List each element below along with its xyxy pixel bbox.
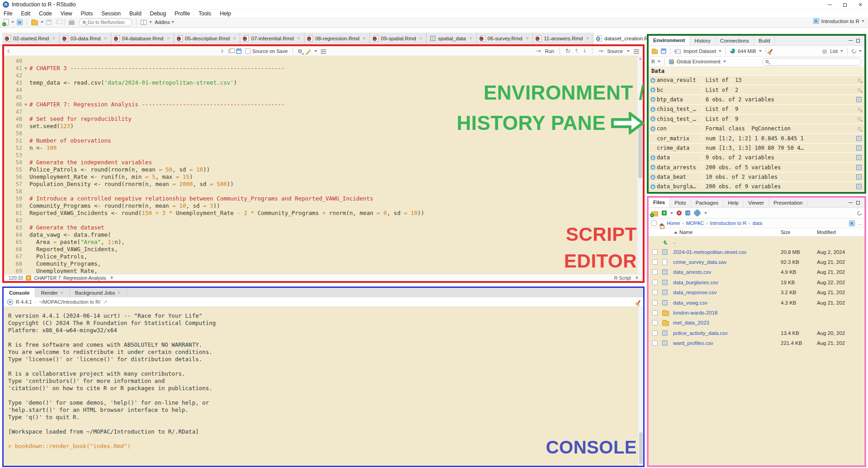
pane-layout-icon[interactable] xyxy=(141,20,147,25)
run-label[interactable]: Run xyxy=(545,48,554,54)
tab-close-icon[interactable]: ✕ xyxy=(52,36,56,41)
file-checkbox[interactable] xyxy=(652,340,658,346)
breadcrumb-ellipsis[interactable]: ... xyxy=(858,220,862,226)
file-name[interactable]: data_response.csv xyxy=(673,290,781,295)
column-size[interactable]: Size xyxy=(781,229,817,235)
expand-object-icon[interactable] xyxy=(649,116,657,121)
source-on-save-checkbox[interactable] xyxy=(245,48,251,54)
expand-arrow-icon[interactable] xyxy=(650,78,655,83)
expand-arrow-icon[interactable] xyxy=(650,126,655,131)
environment-object-row[interactable]: chisq_test_…List of 9 xyxy=(649,115,864,124)
tab-close-icon[interactable]: ✕ xyxy=(297,36,300,41)
inspect-object-icon[interactable] xyxy=(854,108,864,111)
rename-file-icon[interactable]: → xyxy=(685,210,690,215)
file-row[interactable]: data_vawg.csv4.3 KBAug 21, 202 xyxy=(649,297,864,307)
file-name[interactable]: met_data_2023 xyxy=(673,320,781,325)
file-name[interactable]: data_vawg.csv xyxy=(673,300,781,306)
menu-help[interactable]: Help xyxy=(220,10,231,17)
file-checkbox[interactable] xyxy=(652,300,658,306)
view-table-icon[interactable] xyxy=(854,184,864,189)
file-checkbox[interactable] xyxy=(652,310,658,315)
close-button[interactable]: ✕ xyxy=(853,0,868,10)
list-view-dropdown-icon[interactable] xyxy=(840,50,843,53)
environment-object-row[interactable]: btp_data6 obs. of 2 variables xyxy=(649,95,864,105)
expand-object-icon[interactable] xyxy=(649,175,657,180)
console-tab-render[interactable]: Render✕ xyxy=(35,288,69,297)
expand-object-icon[interactable] xyxy=(649,107,657,112)
expand-object-icon[interactable] xyxy=(649,78,657,83)
menu-edit[interactable]: Edit xyxy=(21,10,30,17)
editor-tab[interactable]: spatial_data✕ xyxy=(427,33,477,44)
environment-object-row[interactable]: data_arrests200 obs. of 5 variables xyxy=(649,163,864,172)
open-file-icon[interactable] xyxy=(31,20,38,25)
save-script-icon[interactable] xyxy=(236,48,242,54)
save-icon[interactable] xyxy=(46,19,52,25)
tab-close-icon[interactable]: ✕ xyxy=(60,291,64,295)
environment-object-row[interactable]: data_burgla…200 obs. of 9 variables xyxy=(649,182,864,191)
expand-arrow-icon[interactable] xyxy=(650,87,655,92)
forward-icon[interactable] xyxy=(220,49,223,53)
table-icon[interactable] xyxy=(856,184,862,189)
file-checkbox[interactable] xyxy=(652,280,658,285)
menu-code[interactable]: Code xyxy=(39,10,52,17)
inspect-object-icon[interactable] xyxy=(854,127,864,130)
editor-tab[interactable]: 11-answers.Rmd✕ xyxy=(533,33,593,44)
project-selector[interactable]: R Introduction to R xyxy=(813,18,864,24)
console-tab-background-jobs[interactable]: Background Jobs✕ xyxy=(70,288,127,297)
console-scrollbar[interactable] xyxy=(638,307,643,466)
new-file-icon[interactable] xyxy=(4,19,9,25)
menu-session[interactable]: Session xyxy=(101,10,121,17)
menu-view[interactable]: View xyxy=(61,10,72,17)
file-name[interactable]: crime_survey_data.sav xyxy=(673,259,781,265)
more-options-dropdown-icon[interactable] xyxy=(704,212,707,215)
new-file-dropdown-icon[interactable] xyxy=(11,21,14,24)
maximize-button[interactable] xyxy=(837,0,853,10)
file-row[interactable]: data_arrests.csv4.9 KBAug 21, 202 xyxy=(649,267,864,277)
tab-close-icon[interactable]: ✕ xyxy=(526,36,529,41)
file-checkbox[interactable] xyxy=(652,269,658,275)
tab-close-icon[interactable]: ✕ xyxy=(586,36,590,41)
filetype-updown-icon[interactable] xyxy=(636,275,638,281)
tab-connections[interactable]: Connections xyxy=(716,36,754,45)
rerun-icon[interactable]: ↻ xyxy=(565,48,570,54)
file-name[interactable]: data_burglaries.csv xyxy=(673,280,781,285)
new-file-dropdown-icon[interactable] xyxy=(670,212,673,215)
home-icon[interactable] xyxy=(659,220,664,225)
tab-packages[interactable]: Packages xyxy=(691,198,724,207)
environment-object-row[interactable]: cor_matrixnum [1:2, 1:2] 1 0.845 0.845 1 xyxy=(649,134,864,143)
import-dataset-label[interactable]: Import Dataset xyxy=(683,48,716,54)
file-row[interactable]: data_burglaries.csv19 KBAug 22, 202 xyxy=(649,277,864,287)
find-replace-icon[interactable] xyxy=(298,49,302,53)
open-recent-dropdown-icon[interactable] xyxy=(41,21,43,24)
environment-maximize-icon[interactable] xyxy=(856,39,860,43)
tab-close-icon[interactable]: ✕ xyxy=(104,36,107,41)
view-table-icon[interactable] xyxy=(854,136,864,141)
console-tab-console[interactable]: Console xyxy=(4,288,35,297)
expand-object-icon[interactable] xyxy=(649,87,657,92)
go-down-icon[interactable]: ↓ xyxy=(583,48,587,54)
view-table-icon[interactable] xyxy=(854,145,864,151)
environment-object-row[interactable]: anova_resultList of 13 xyxy=(649,76,864,85)
project-directory-icon[interactable]: R xyxy=(849,220,855,226)
console-scroll-thumb[interactable] xyxy=(639,432,643,464)
source-icon[interactable]: → xyxy=(598,48,603,54)
new-project-icon[interactable]: R xyxy=(17,19,23,25)
breadcrumb-home[interactable]: Home xyxy=(667,220,680,226)
menu-debug[interactable]: Debug xyxy=(150,10,166,17)
minimize-button[interactable] xyxy=(822,0,837,10)
environment-object-row[interactable]: data9 obs. of 2 variables xyxy=(649,153,864,162)
new-folder-icon[interactable] xyxy=(651,211,658,216)
file-name[interactable]: police_activity_data.csv xyxy=(673,330,781,336)
environment-search-input[interactable] xyxy=(771,59,859,64)
open-in-window-icon[interactable] xyxy=(228,49,232,53)
file-checkbox[interactable] xyxy=(652,249,658,255)
editor-tab[interactable]: 04-database.Rmd✕ xyxy=(111,33,174,44)
menu-profile[interactable]: Profile xyxy=(175,10,190,17)
environment-object-row[interactable]: crime_datanum [1:3, 1:3] 100 80 70 50 4… xyxy=(649,143,864,153)
environment-object-row[interactable]: conFormal class PqConnection xyxy=(649,124,864,134)
tab-close-icon[interactable]: ✕ xyxy=(233,36,237,41)
list-view-icon[interactable] xyxy=(822,50,827,53)
expand-arrow-icon[interactable] xyxy=(650,97,655,102)
view-table-icon[interactable] xyxy=(854,165,864,170)
files-maximize-icon[interactable] xyxy=(856,201,860,205)
